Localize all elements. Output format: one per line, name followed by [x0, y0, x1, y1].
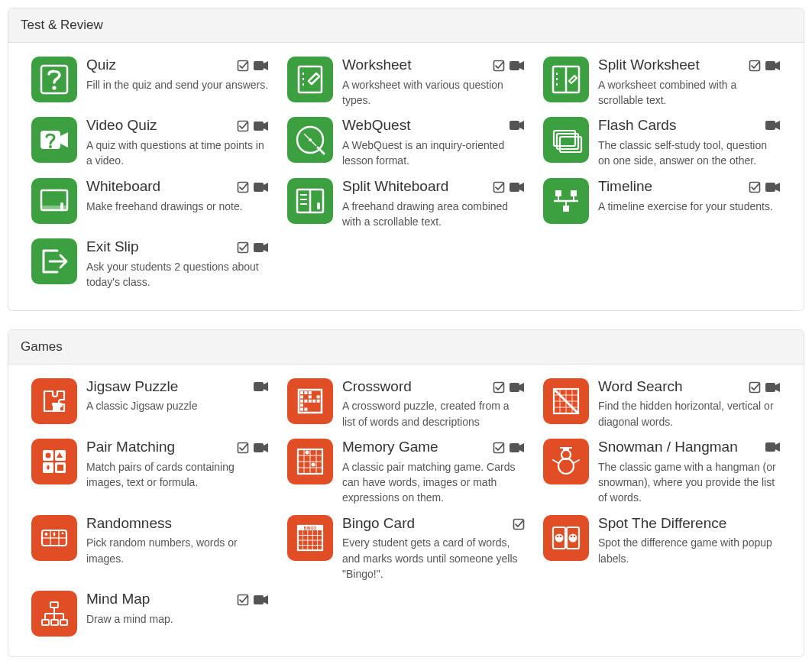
memory-icon	[287, 439, 333, 484]
tile-content: Split Worksheet A worksheet combined wit…	[598, 57, 781, 108]
tile-description: Fill in the quiz and send your answers.	[86, 77, 269, 92]
tile-quiz[interactable]: Quiz Fill in the quiz and send your answ…	[31, 57, 269, 102]
svg-point-93	[306, 450, 309, 454]
section-games: Games Jigsaw Puzzle A classic Jigsaw puz…	[8, 329, 804, 658]
tile-content: Bingo Card Every student gets a card of …	[342, 515, 525, 582]
section-test-review: Test & Review Quiz Fill in the quiz and …	[8, 8, 804, 311]
tile-crossword[interactable]: Crossword A crossword puzzle, created fr…	[287, 378, 525, 429]
tile-content: Jigsaw Puzzle A classic Jigsaw puzzle	[86, 378, 269, 414]
tile-header: Exit Slip	[86, 238, 269, 256]
tile-description: A classic pair matching game. Cards can …	[342, 459, 525, 506]
tile-badges	[237, 120, 269, 132]
svg-point-94	[312, 462, 315, 466]
tile-badges	[749, 381, 781, 394]
svg-rect-83	[57, 465, 63, 471]
wordsearch-icon	[543, 378, 589, 424]
svg-rect-35	[317, 203, 320, 209]
whiteboard-icon	[31, 178, 77, 224]
tile-timeline[interactable]: Timeline A timeline exercise for your st…	[543, 178, 781, 224]
autograde-checkbox-icon	[493, 381, 505, 394]
tile-jigsaw-puzzle[interactable]: Jigsaw Puzzle A classic Jigsaw puzzle	[31, 378, 269, 424]
video-tutorial-icon	[765, 60, 781, 71]
tile-mind-map[interactable]: Mind Map Draw a mind map.	[31, 591, 269, 637]
svg-point-98	[558, 458, 574, 474]
tile-header: Word Search	[598, 378, 781, 396]
tile-flash-cards[interactable]: Flash Cards The classic self-study tool,…	[543, 117, 781, 168]
timeline-icon	[543, 178, 589, 224]
section-header: Games	[8, 330, 804, 365]
tile-content: Split Whiteboard A freehand drawing area…	[342, 178, 525, 229]
svg-rect-85	[254, 443, 264, 452]
svg-rect-54	[309, 391, 312, 394]
tile-exit-slip[interactable]: Exit Slip Ask your students 2 questions …	[31, 238, 269, 290]
tile-bingo-card[interactable]: BINGO Bingo Card Every student gets a ca…	[287, 515, 525, 582]
svg-rect-24	[765, 121, 775, 130]
tile-split-whiteboard[interactable]: Split Whiteboard A freehand drawing area…	[287, 178, 525, 229]
tile-header: Whiteboard	[86, 178, 269, 196]
tile-pair-matching[interactable]: Pair Matching Match pairs of cards conta…	[31, 439, 269, 490]
tile-content: Mind Map Draw a mind map.	[86, 591, 269, 627]
tile-title: Jigsaw Puzzle	[86, 378, 247, 396]
tile-split-worksheet[interactable]: Split Worksheet A worksheet combined wit…	[543, 57, 781, 108]
tile-webquest[interactable]: WebQuest A WebQuest is an inquiry-orient…	[287, 117, 525, 168]
svg-point-14	[49, 145, 52, 148]
svg-point-18	[309, 138, 312, 141]
tile-content: Memory Game A classic pair matching game…	[342, 439, 525, 506]
video-tutorial-icon	[254, 121, 269, 131]
crossword-icon	[287, 378, 333, 424]
tile-badges	[493, 181, 525, 193]
svg-rect-139	[254, 595, 264, 604]
tile-badges	[237, 181, 269, 193]
svg-rect-50	[254, 382, 264, 391]
autograde-checkbox-icon	[237, 241, 249, 254]
autograde-checkbox-icon	[237, 442, 249, 454]
tile-word-search[interactable]: Word Search Find the hidden horizontal, …	[543, 378, 781, 429]
svg-point-82	[46, 452, 51, 458]
video-tutorial-icon	[510, 120, 525, 131]
svg-rect-37	[510, 183, 519, 192]
svg-rect-129	[50, 602, 58, 608]
svg-rect-55	[300, 395, 303, 398]
tile-badges	[493, 442, 525, 454]
tile-content: Word Search Find the hidden horizontal, …	[598, 378, 781, 429]
video-tutorial-icon	[254, 442, 269, 453]
svg-rect-53	[304, 391, 307, 394]
tile-worksheet[interactable]: Worksheet A worksheet with various quest…	[287, 57, 525, 108]
video-tutorial-icon	[765, 382, 781, 393]
tile-randomness[interactable]: RandomnessPick random numbers, words or …	[31, 515, 269, 566]
video-tutorial-icon	[765, 182, 781, 193]
svg-rect-27	[60, 203, 63, 209]
tile-title: Snowman / Hangman	[598, 439, 759, 456]
svg-rect-39	[555, 190, 561, 196]
tile-header: Mind Map	[86, 591, 269, 608]
svg-rect-12	[765, 61, 775, 70]
tile-video-quiz[interactable]: Video Quiz A quiz with questions at time…	[31, 117, 269, 168]
tile-description: A worksheet with various question types.	[342, 77, 525, 109]
tile-title: Split Whiteboard	[342, 178, 487, 196]
tile-title: WebQuest	[342, 117, 503, 134]
svg-rect-130	[42, 620, 49, 625]
tile-header: Worksheet	[342, 57, 525, 74]
bingo-icon: BINGO	[287, 515, 333, 561]
tile-description: Match pairs of cards containing images, …	[86, 459, 269, 491]
tile-title: Whiteboard	[86, 178, 231, 196]
tile-badges	[749, 60, 781, 72]
tile-spot-the-difference[interactable]: Spot The DifferenceSpot the difference g…	[543, 515, 781, 566]
tile-badges	[237, 442, 269, 454]
tile-snowman-hangman[interactable]: Snowman / Hangman The classic game with …	[543, 439, 781, 506]
tile-description: Ask your students 2 questions about toda…	[86, 259, 269, 290]
tile-title: Crossword	[342, 378, 487, 396]
tile-header: Video Quiz	[86, 117, 269, 134]
svg-rect-103	[765, 442, 775, 452]
svg-rect-52	[300, 391, 303, 394]
tile-content: Worksheet A worksheet with various quest…	[342, 57, 525, 108]
video-tutorial-icon	[510, 382, 525, 393]
svg-rect-64	[300, 407, 303, 410]
tile-header: Crossword	[342, 378, 525, 396]
svg-point-126	[560, 535, 562, 537]
tile-header: Snowman / Hangman	[598, 439, 781, 456]
tile-memory-game[interactable]: Memory Game A classic pair matching game…	[287, 439, 525, 506]
tile-description: A crossword puzzle, created from a list …	[342, 398, 525, 429]
section-header: Test & Review	[8, 8, 804, 43]
tile-whiteboard[interactable]: Whiteboard Make freehand drawings or not…	[31, 178, 269, 224]
